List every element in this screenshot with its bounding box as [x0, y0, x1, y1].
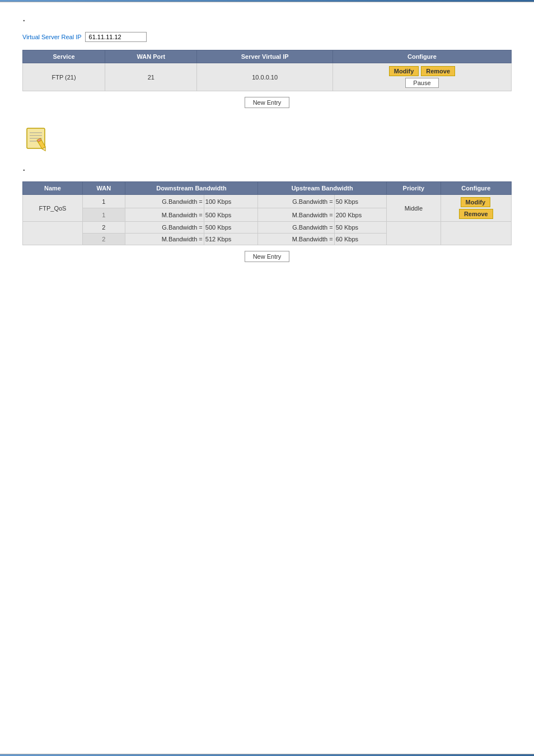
wan-port-cell: 21 [105, 63, 197, 91]
qos-col-downstream: Downstream Bandwidth [125, 182, 257, 195]
qos-wan-1: 1 [82, 195, 125, 208]
qos-col-configure: Configure [441, 182, 511, 195]
remove-button[interactable]: Remove [421, 66, 455, 76]
configure-cell: Modify Remove Pause [332, 63, 511, 91]
qos-us-g-val-1: 50 Kbps [334, 195, 386, 208]
qos-ds-g-val-2: 500 Kbps [204, 222, 257, 234]
col-wan-port: WAN Port [105, 50, 197, 63]
qos-us-m-label-2: M.Bandwidth = [258, 234, 334, 245]
qos-us-m-val-1: 200 Kbps [334, 208, 386, 222]
qos-col-wan: WAN [82, 182, 125, 195]
new-entry-button-1[interactable]: New Entry [245, 97, 290, 108]
qos-col-priority: Priority [387, 182, 441, 195]
col-service: Service [23, 50, 105, 63]
qos-us-g-label-2: G.Bandwidth = [258, 222, 334, 234]
pause-button[interactable]: Pause [405, 78, 439, 88]
modify-button[interactable]: Modify [389, 66, 419, 76]
note-icon [22, 125, 49, 152]
qos-name-cell: FTP_QoS [23, 195, 83, 222]
table-row: FTP (21) 21 10.0.0.10 Modify Remove Paus… [23, 63, 512, 91]
qos-ds-m-label-2: M.Bandwidth = [125, 234, 204, 245]
qos-ds-m-val-2: 512 Kbps [204, 234, 257, 245]
virtual-server-row: Virtual Server Real IP [22, 32, 512, 42]
qos-us-m-label-1: M.Bandwidth = [258, 208, 334, 222]
virtual-server-section: · Virtual Server Real IP Service WAN Por… [22, 13, 512, 108]
qos-wan-2b: 2 [82, 234, 125, 245]
virtual-server-ip-input[interactable] [85, 32, 147, 42]
qos-us-g-val-2: 50 Kbps [334, 222, 386, 234]
qos-section: · Name WAN Downstream Bandwidth Upstream… [22, 163, 512, 262]
virtual-ip-cell: 10.0.0.10 [197, 63, 332, 91]
qos-row-2: 2 G.Bandwidth = 500 Kbps G.Bandwidth = 5… [23, 222, 512, 234]
col-configure: Configure [332, 50, 511, 63]
qos-row-1: FTP_QoS 1 G.Bandwidth = 100 Kbps G.Bandw… [23, 195, 512, 208]
qos-wan-1b: 1 [82, 208, 125, 222]
qos-name-cell-2 [23, 222, 83, 245]
qos-us-g-label-1: G.Bandwidth = [258, 195, 334, 208]
bottom-border [0, 754, 534, 756]
qos-priority-cell: Middle [387, 195, 441, 222]
qos-col-upstream: Upstream Bandwidth [258, 182, 387, 195]
qos-table: Name WAN Downstream Bandwidth Upstream B… [22, 181, 512, 245]
bullet-2: · [22, 163, 512, 176]
qos-ds-m-label-1: M.Bandwidth = [125, 208, 204, 222]
qos-us-m-val-2: 60 Kbps [334, 234, 386, 245]
qos-ds-g-label-2: G.Bandwidth = [125, 222, 204, 234]
server-table: Service WAN Port Server Virtual IP Confi… [22, 50, 512, 91]
new-entry-button-2[interactable]: New Entry [245, 251, 290, 262]
service-cell: FTP (21) [23, 63, 105, 91]
qos-priority-2 [387, 222, 441, 245]
qos-configure-2 [441, 222, 511, 245]
qos-wan-2: 2 [82, 222, 125, 234]
qos-ds-g-val-1: 100 Kbps [204, 195, 257, 208]
qos-remove-button[interactable]: Remove [459, 209, 493, 219]
virtual-server-label: Virtual Server Real IP [22, 34, 82, 40]
qos-configure-cell: Modify Remove [441, 195, 511, 222]
qos-ds-m-val-1: 500 Kbps [204, 208, 257, 222]
col-virtual-ip: Server Virtual IP [197, 50, 332, 63]
icon-section [22, 125, 512, 152]
bullet-1: · [22, 13, 512, 26]
qos-ds-g-label-1: G.Bandwidth = [125, 195, 204, 208]
content: · Virtual Server Real IP Service WAN Por… [0, 2, 534, 290]
qos-col-name: Name [23, 182, 83, 195]
qos-modify-button[interactable]: Modify [461, 197, 490, 207]
page-wrapper: · Virtual Server Real IP Service WAN Por… [0, 0, 534, 756]
